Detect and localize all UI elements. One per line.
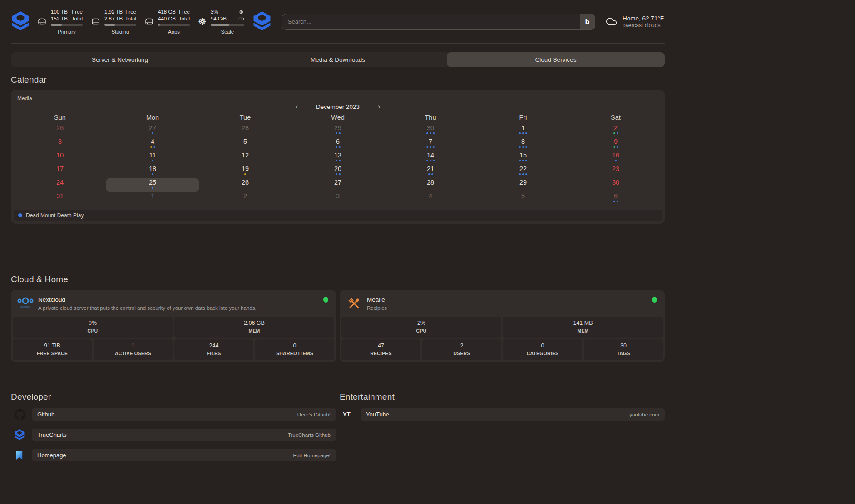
event-dot [430, 132, 431, 134]
calendar-day-19[interactable]: 19 [199, 165, 292, 178]
event-dot [431, 173, 433, 175]
event-dot [525, 160, 527, 161]
tab-cloud-services[interactable]: Cloud Services [447, 52, 665, 67]
nextcloud-icon: Nextcloud [16, 296, 35, 309]
calendar-day-5[interactable]: 5 [477, 192, 569, 206]
svg-text:Nextcloud: Nextcloud [20, 305, 30, 308]
bookmark-link[interactable]: TrueChartsTrueCharts Github [32, 429, 336, 441]
service-stats-row: 2%CPU141 MBMEM [341, 317, 663, 338]
calendar-day-26[interactable]: 26 [199, 178, 292, 192]
calendar-day-30[interactable]: 30 [569, 178, 662, 192]
stat-cpu: 0%CPU [13, 317, 173, 338]
disk-total-value: 2.87 TB [104, 15, 123, 22]
calendar-day-26[interactable]: 26 [14, 124, 106, 137]
calendar-day-5[interactable]: 5 [199, 137, 292, 151]
bookmark-link[interactable]: GithubHere's Github! [32, 408, 336, 421]
event-dot [433, 160, 435, 161]
page: 100 TBFree152 TBTotalPrimary1.92 TBFree2… [11, 0, 665, 461]
legend-label: Dead Mount Death Play [26, 212, 84, 219]
calendar-day-30[interactable]: 30 [384, 124, 477, 137]
event-dot [18, 213, 22, 217]
calendar-day-4[interactable]: 4 [106, 137, 199, 151]
event-dot [336, 146, 337, 148]
calendar-grid: 2627282930123456789101112131415161718192… [14, 124, 662, 206]
event-dot [152, 173, 153, 175]
calendar-day-12[interactable]: 12 [199, 151, 292, 165]
calendar-day-24[interactable]: 24 [14, 178, 106, 192]
calendar-day-6[interactable]: 6 [292, 137, 384, 151]
calendar-day-14[interactable]: 14 [384, 151, 477, 165]
service-header-mealie[interactable]: MealieRecipies [341, 292, 663, 317]
calendar-day-31[interactable]: 31 [14, 192, 106, 206]
bookmark-groups: Developer GithubHere's Github!TrueCharts… [11, 392, 665, 461]
event-dot [522, 160, 524, 161]
bookmark-github: GithubHere's Github! [11, 408, 336, 421]
calendar-day-29[interactable]: 29 [292, 124, 384, 137]
service-name: Mealie [367, 296, 387, 303]
calendar-day-20[interactable]: 20 [292, 165, 384, 178]
service-header-nextcloud[interactable]: NextcloudNextcloudA private cloud server… [13, 292, 334, 317]
weekday-header-mon: Mon [106, 114, 199, 121]
calendar-day-17[interactable]: 17 [14, 165, 106, 178]
event-dot [244, 173, 246, 175]
memory-icon [238, 16, 244, 22]
calendar-next-button[interactable]: › [378, 103, 380, 110]
search-engine-button[interactable]: b [580, 14, 595, 30]
calendar-day-1[interactable]: 1 [106, 192, 199, 206]
disk-icon [91, 17, 101, 27]
calendar-day-3[interactable]: 3 [14, 137, 106, 151]
event-dot [152, 132, 153, 134]
disk-total-label: Total [72, 15, 83, 22]
scale-name-label: Scale [211, 29, 244, 34]
entertainment-column: Entertainment YTYouTubeyoutube.com [340, 392, 665, 421]
bookmark-group-entertainment: YTYouTubeyoutube.com [340, 408, 665, 421]
tab-media-downloads[interactable]: Media & Downloads [229, 52, 447, 67]
bookmark-description: TrueCharts Github [288, 432, 331, 438]
calendar-day-3[interactable]: 3 [292, 192, 384, 206]
calendar-day-28[interactable]: 28 [384, 178, 477, 192]
calendar-day-2[interactable]: 2 [569, 124, 662, 137]
calendar-day-15[interactable]: 15 [477, 151, 569, 165]
calendar-day-13[interactable]: 13 [292, 151, 384, 165]
scale-body: 3% 94 GiB Scale [211, 9, 244, 34]
stat-value: 141 MB [503, 320, 663, 326]
mealie-icon [345, 296, 363, 311]
storage-widget-primary: 100 TBFree152 TBTotalPrimary [37, 9, 83, 34]
search-input[interactable] [282, 14, 580, 30]
calendar-day-11[interactable]: 11 [106, 151, 199, 165]
stat-value: 0 [255, 343, 334, 349]
calendar-day-6[interactable]: 6 [569, 192, 662, 206]
bookmark-description: Edit Homepage! [293, 453, 331, 458]
disk-name-label: Primary [51, 29, 83, 34]
stat-label: MEM [174, 328, 334, 333]
calendar-day-7[interactable]: 7 [384, 137, 477, 151]
stat-categories: 0CATEGORIES [503, 339, 582, 360]
disk-usage-bar [51, 24, 83, 26]
tab-server-networking[interactable]: Server & Networking [11, 52, 229, 67]
bookmark-link[interactable]: HomepageEdit Homepage! [32, 449, 336, 461]
bookmark-link[interactable]: YouTubeyoutube.com [361, 408, 665, 421]
service-name: Nextcloud [38, 296, 257, 303]
calendar-day-29[interactable]: 29 [477, 178, 569, 192]
calendar-day-21[interactable]: 21 [384, 165, 477, 178]
stat-label: TAGS [584, 351, 663, 356]
calendar-day-27[interactable]: 27 [292, 178, 384, 192]
calendar-day-27[interactable]: 27 [106, 124, 199, 137]
service-description: A private cloud server that puts the con… [38, 305, 257, 311]
calendar-day-16[interactable]: 16 [569, 151, 662, 165]
storage-widget-staging: 1.92 TBFree2.87 TBTotalStaging [91, 9, 136, 34]
calendar-day-28[interactable]: 28 [199, 124, 292, 137]
calendar-prev-button[interactable]: ‹ [296, 103, 298, 110]
calendar-day-22[interactable]: 22 [477, 165, 569, 178]
calendar-day-18[interactable]: 18 [106, 165, 199, 178]
calendar-card: Media ‹ December 2023 › SunMonTueWedThuF… [11, 90, 665, 224]
calendar-day-1[interactable]: 1 [477, 124, 569, 137]
stat-shared-items: 0SHARED ITEMS [255, 339, 334, 360]
calendar-day-25[interactable]: 25 [106, 178, 199, 192]
calendar-day-8[interactable]: 8 [477, 137, 569, 151]
calendar-day-23[interactable]: 23 [569, 165, 662, 178]
calendar-day-4[interactable]: 4 [384, 192, 477, 206]
calendar-day-2[interactable]: 2 [199, 192, 292, 206]
calendar-day-9[interactable]: 9 [569, 137, 662, 151]
calendar-day-10[interactable]: 10 [14, 151, 106, 165]
